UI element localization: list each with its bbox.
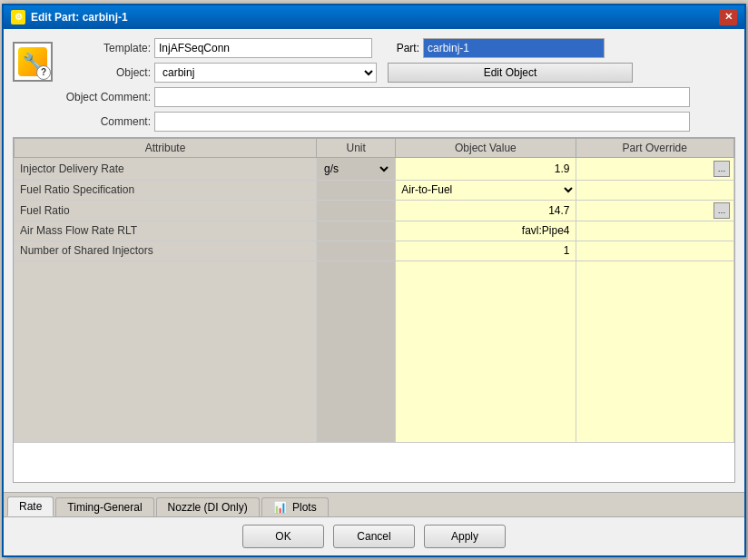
template-input[interactable] bbox=[154, 38, 372, 58]
object-label: Object: bbox=[60, 66, 151, 79]
table-row: Number of Shared Injectors 1 bbox=[15, 241, 734, 260]
tab-nozzle[interactable]: Nozzle (DI Only) bbox=[156, 497, 260, 516]
object-row: Object: carbinj Edit Object bbox=[60, 63, 735, 83]
attr-cell: Injector Delivery Rate bbox=[15, 157, 317, 180]
override-cell bbox=[576, 241, 733, 260]
bottom-bar: OK Cancel Apply bbox=[4, 516, 744, 555]
attributes-table: Attribute Unit Object Value Part Overrid… bbox=[14, 138, 734, 443]
object-comment-input[interactable] bbox=[154, 87, 690, 107]
object-dropdown[interactable]: carbinj bbox=[154, 63, 377, 83]
part-icon-box: 🔧 ? bbox=[13, 42, 53, 82]
comment-row: Comment: bbox=[60, 112, 735, 132]
icon-column: 🔧 ? bbox=[13, 38, 53, 82]
attr-cell: Number of Shared Injectors bbox=[15, 241, 317, 260]
attr-cell: Fuel Ratio bbox=[15, 200, 317, 221]
unit-dropdown-row1[interactable]: g/s bbox=[320, 160, 391, 178]
table-row: Air Mass Flow Rate RLT favl:Pipe4 bbox=[15, 221, 734, 241]
tab-timing-general[interactable]: Timing-General bbox=[55, 497, 153, 516]
part-input[interactable] bbox=[423, 38, 605, 58]
titlebar-left: ⚙ Edit Part: carbinj-1 bbox=[11, 10, 128, 25]
objval-cell-empty bbox=[396, 260, 576, 442]
template-part-row: Template: Part: bbox=[60, 38, 735, 58]
tab-plots[interactable]: 📊 Plots bbox=[261, 497, 329, 516]
table-row: Fuel Ratio Specification Air-to-Fuel bbox=[15, 180, 734, 200]
tab-rate-label: Rate bbox=[19, 500, 42, 513]
template-label: Template: bbox=[60, 42, 151, 54]
ok-button[interactable]: OK bbox=[242, 525, 324, 548]
part-label: Part: bbox=[383, 42, 419, 54]
apply-button[interactable]: Apply bbox=[424, 525, 506, 548]
unit-cell bbox=[317, 241, 396, 260]
objval-cell-dropdown: Air-to-Fuel bbox=[396, 180, 576, 200]
attr-cell: Air Mass Flow Rate RLT bbox=[15, 221, 317, 241]
objval-cell: 14.7 bbox=[396, 200, 576, 221]
table-row-empty bbox=[15, 260, 734, 442]
col-header-part-override: Part Override bbox=[576, 138, 733, 157]
col-header-attribute: Attribute bbox=[15, 138, 317, 157]
window-title: Edit Part: carbinj-1 bbox=[31, 11, 128, 24]
close-window-button[interactable]: ✕ bbox=[719, 9, 737, 25]
unit-cell bbox=[317, 221, 396, 241]
tab-timing-general-label: Timing-General bbox=[67, 501, 142, 514]
attributes-table-container: Attribute Unit Object Value Part Overrid… bbox=[13, 137, 735, 483]
col-header-unit: Unit bbox=[317, 138, 396, 157]
override-cell bbox=[576, 180, 733, 200]
object-comment-row: Object Comment: bbox=[60, 87, 735, 107]
app-icon: ⚙ bbox=[11, 10, 25, 25]
tab-nozzle-label: Nozzle (DI Only) bbox=[168, 501, 248, 514]
comment-label: Comment: bbox=[60, 115, 151, 128]
override-cell: … bbox=[576, 200, 733, 221]
override-btn-row3[interactable]: … bbox=[714, 202, 730, 219]
unit-cell: g/s bbox=[317, 157, 396, 180]
titlebar: ⚙ Edit Part: carbinj-1 ✕ bbox=[4, 5, 744, 29]
attr-cell: Fuel Ratio Specification bbox=[15, 180, 317, 200]
fields-column: Template: Part: Object: carbinj Edit Obj… bbox=[60, 38, 735, 132]
unit-cell bbox=[317, 200, 396, 221]
attr-cell-empty bbox=[15, 260, 317, 442]
objval-cell: 1 bbox=[396, 241, 576, 260]
tab-strip: Rate Timing-General Nozzle (DI Only) 📊 P… bbox=[4, 492, 744, 516]
edit-part-window: ⚙ Edit Part: carbinj-1 ✕ 🔧 ? Template: P bbox=[2, 4, 746, 557]
form-section: 🔧 ? Template: Part: Object: carbinj bbox=[13, 38, 735, 132]
table-row: Fuel Ratio 14.7 … bbox=[15, 200, 734, 221]
main-content: 🔧 ? Template: Part: Object: carbinj bbox=[4, 29, 744, 492]
override-cell-empty bbox=[576, 260, 733, 442]
col-header-object-value: Object Value bbox=[396, 138, 576, 157]
override-cell bbox=[576, 221, 733, 241]
objval-cell: favl:Pipe4 bbox=[396, 221, 576, 241]
object-comment-label: Object Comment: bbox=[60, 91, 151, 103]
cancel-button[interactable]: Cancel bbox=[333, 525, 415, 548]
edit-object-button[interactable]: Edit Object bbox=[388, 63, 633, 83]
table-row: Injector Delivery Rate g/s 1.9 … bbox=[15, 157, 734, 180]
tab-rate[interactable]: Rate bbox=[7, 496, 54, 516]
plots-icon: 📊 bbox=[273, 501, 287, 514]
override-btn-row1[interactable]: … bbox=[714, 161, 730, 177]
comment-input[interactable] bbox=[154, 112, 690, 132]
override-cell: … bbox=[576, 157, 733, 180]
icon-badge: ? bbox=[36, 65, 51, 80]
unit-cell bbox=[317, 180, 396, 200]
unit-cell-empty bbox=[317, 260, 396, 442]
objval-dropdown-row2[interactable]: Air-to-Fuel bbox=[396, 181, 575, 199]
tab-plots-label: Plots bbox=[292, 501, 317, 514]
objval-cell: 1.9 bbox=[396, 157, 576, 180]
